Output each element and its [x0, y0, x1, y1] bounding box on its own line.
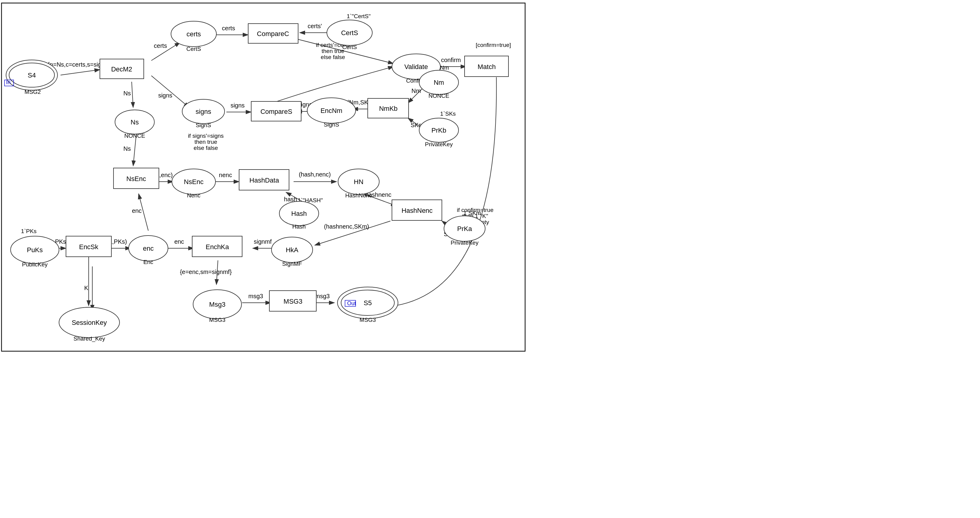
- node-enc-label: enc: [143, 245, 153, 252]
- node-certs-sublabel: CertS: [186, 46, 201, 52]
- node-decm2-label: DecM2: [111, 65, 132, 73]
- edge-label-signs2: signs: [231, 102, 245, 109]
- node-hash-sublabel: Hash: [293, 223, 306, 230]
- svg-line-1: [60, 70, 100, 75]
- node-hash-label: Hash: [291, 210, 307, 217]
- node-hashnenc-label: HashNenc: [402, 207, 433, 214]
- node-hn-sublabel: HashNenc: [345, 192, 372, 199]
- node-nmkb-label: NmKb: [379, 105, 398, 112]
- guard-comparec-signs: if signs'=signs: [188, 132, 224, 139]
- edge-label-signs: signs: [158, 92, 172, 99]
- node-nsenc-p-sublabel: Nenc: [187, 192, 200, 199]
- annotation-certs: 1`"CertS": [347, 13, 371, 19]
- edge-msg3-2: msg3: [315, 293, 330, 300]
- node-msg3-t-label: MSG3: [283, 298, 302, 305]
- node-certs-place-label: CertS: [341, 29, 358, 37]
- node-encsk-label: EncSk: [79, 243, 99, 251]
- guard-comparec-validate3: else false: [321, 54, 345, 60]
- node-prka-label: PrKa: [457, 225, 473, 233]
- node-hashdata-label: HashData: [250, 177, 279, 184]
- node-msg3-sublabel: MSG3: [209, 317, 226, 323]
- node-ns-label: Ns: [131, 118, 139, 126]
- edge-label: certs: [154, 42, 167, 49]
- node-signs-label: signs: [196, 108, 211, 115]
- node-enc-sublabel: Enc: [143, 259, 153, 265]
- node-certs-label: certs: [186, 30, 201, 38]
- guard-comparec-validate2: then true: [322, 48, 344, 54]
- node-hn-label: HN: [354, 178, 363, 186]
- node-puks-sublabel: PublicKey: [22, 261, 48, 268]
- edge-signmf: signmf: [254, 238, 272, 245]
- edge-hashnenc-sks: (hashnenc,SKm): [324, 223, 369, 230]
- edge-label-confirm: confirm: [441, 57, 461, 63]
- out-label-s5: Out: [347, 300, 356, 306]
- node-prkb-label: PrKb: [431, 126, 446, 134]
- edge-msg3-arc: {e=enc,sm=signmf}: [180, 269, 232, 275]
- node-s5-sublabel: MSG3: [360, 317, 376, 323]
- guard-comparec-signs2: then true: [195, 139, 217, 145]
- node-hka-label: HkA: [286, 246, 298, 254]
- edge-msg3: msg3: [248, 293, 263, 300]
- node-compares-label: CompareS: [260, 108, 292, 115]
- svg-line-7: [151, 76, 189, 107]
- edge-enc: enc: [132, 207, 142, 214]
- annotation-sks: 1`SKs: [440, 110, 456, 117]
- annotation-match: [confirm=true]: [476, 42, 511, 48]
- annotation-pks: 1`PKs: [21, 228, 37, 234]
- node-comparec-label: CompareC: [257, 30, 289, 38]
- node-certs-place-sublabel: CertS: [342, 44, 357, 50]
- node-prka-sublabel: PrivateKey: [451, 239, 479, 246]
- node-encnm-sublabel: SignS: [324, 121, 339, 128]
- node-puks-label: PuKs: [27, 246, 43, 254]
- node-hka-sublabel: SignMF: [282, 261, 302, 267]
- node-sessionkey-sublabel: Shared_Key: [73, 335, 105, 342]
- node-match-label: Match: [477, 63, 496, 70]
- node-validate-label: Validate: [404, 63, 428, 70]
- edge-k: K: [84, 285, 88, 291]
- edge-ns2: Ns: [124, 145, 131, 152]
- node-signs-sublabel: SignS: [196, 122, 211, 128]
- node-s4-sublabel: MSG2: [24, 89, 41, 95]
- edge-nm: Nm: [411, 88, 421, 94]
- diagram-container: {n=Ns,c=certs,s=signs} certs certs certs…: [0, 0, 980, 518]
- node-enchka-label: EnchKa: [205, 243, 229, 251]
- node-encnm-label: EncNm: [320, 107, 342, 115]
- edge-label-ns: Ns: [124, 90, 131, 97]
- edge-label: certs': [307, 23, 322, 29]
- edge-enc2: enc: [174, 238, 184, 245]
- node-ns-sublabel: NONCE: [124, 132, 145, 139]
- guard-hashnenc: if confirm=true: [457, 207, 494, 213]
- node-prkb-sublabel: PrivateKey: [425, 141, 453, 147]
- edge-hashnenc: (hash,nenc): [299, 171, 331, 178]
- node-sessionkey-label: SessionKey: [72, 319, 107, 326]
- node-nsenc-t-label: NsEnc: [127, 175, 146, 183]
- guard-comparec-signs3: else false: [194, 145, 218, 151]
- node-nsenc-p-label: NsEnc: [184, 178, 204, 186]
- svg-line-8: [132, 82, 133, 107]
- edge-label: certs: [222, 25, 235, 32]
- node-nm-sublabel: NONCE: [429, 92, 449, 99]
- node-nm-label: Nm: [434, 79, 444, 86]
- in-label-s4: In: [6, 79, 11, 85]
- node-s4-label: S4: [28, 72, 36, 79]
- svg-line-14: [133, 135, 136, 166]
- node-msg3-label: Msg3: [209, 301, 226, 308]
- node-s5-label: S5: [364, 299, 372, 307]
- edge-nenc: nenc: [219, 172, 232, 179]
